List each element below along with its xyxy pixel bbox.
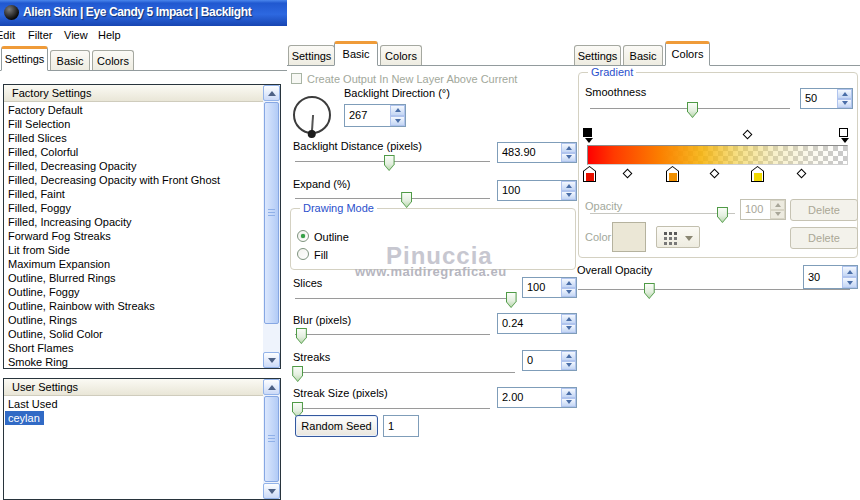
spin-down-button[interactable] (390, 116, 405, 127)
middle-tab-basic[interactable]: Basic (334, 41, 378, 66)
streaks-value[interactable]: 0 (523, 351, 561, 370)
list-item[interactable]: Fill Selection (5, 117, 74, 131)
factory-scrollbar[interactable] (263, 85, 280, 368)
create-output-checkbox[interactable] (291, 73, 302, 84)
random-seed-button[interactable]: Random Seed (295, 415, 378, 437)
list-item[interactable]: Outline, Blurred Rings (5, 271, 120, 285)
middle-tab-colors[interactable]: Colors (380, 45, 422, 65)
direction-spinbox[interactable]: 267 (344, 104, 406, 127)
left-tab-settings[interactable]: Settings (1, 46, 48, 71)
overall-opacity-spinbox[interactable]: 30 (803, 265, 858, 289)
smoothness-spinbox[interactable]: 50 (800, 88, 853, 109)
spin-up-button[interactable] (561, 181, 576, 191)
streak-size-spinbox[interactable]: 2.00 (497, 387, 577, 408)
spin-down-button[interactable] (561, 398, 576, 408)
list-item[interactable]: Outline, Rainbow with Streaks (5, 299, 159, 313)
spin-down-button[interactable] (561, 361, 576, 371)
expand-slider[interactable] (295, 198, 490, 201)
spin-up-button[interactable] (561, 143, 576, 153)
stop-opacity-slider[interactable] (590, 213, 735, 216)
list-item[interactable]: Filled, Decreasing Opacity (5, 159, 140, 173)
menu-help[interactable]: Help (98, 29, 121, 41)
color-picker-dropdown[interactable] (656, 226, 700, 248)
blur-slider[interactable] (295, 334, 490, 337)
middle-tab-settings[interactable]: Settings (288, 45, 335, 65)
slider-thumb[interactable] (644, 283, 655, 299)
random-seed-value[interactable]: 1 (384, 416, 418, 436)
list-item[interactable]: Lit from Side (5, 243, 74, 257)
spin-up-button[interactable] (390, 105, 405, 116)
scroll-down-button[interactable] (263, 483, 280, 499)
user-scrollbar[interactable] (263, 379, 280, 499)
list-item[interactable]: Last Used (5, 397, 62, 411)
smoothness-slider[interactable] (590, 108, 790, 111)
spin-down-button[interactable] (837, 99, 852, 109)
right-tab-settings[interactable]: Settings (574, 45, 621, 65)
fill-radio[interactable] (297, 248, 309, 260)
backlight-distance-value[interactable]: 483.90 (498, 143, 561, 162)
slider-thumb[interactable] (384, 155, 395, 171)
slider-thumb[interactable] (296, 328, 307, 344)
direction-value[interactable]: 267 (345, 105, 390, 126)
streaks-spinbox[interactable]: 0 (522, 350, 577, 371)
list-item[interactable]: Filled, Increasing Opacity (5, 215, 136, 229)
slices-value[interactable]: 100 (523, 278, 561, 297)
spin-down-button[interactable] (561, 324, 576, 334)
left-tab-basic[interactable]: Basic (50, 50, 90, 70)
outline-radio[interactable] (297, 230, 309, 242)
blur-value[interactable]: 0.24 (498, 314, 561, 333)
overall-opacity-value[interactable]: 30 (804, 266, 842, 288)
scroll-up-button[interactable] (263, 379, 280, 395)
menu-edit[interactable]: Edit (0, 29, 15, 41)
list-item[interactable]: Smoke Ring (5, 355, 72, 368)
overall-opacity-slider[interactable] (578, 289, 850, 292)
streak-size-slider[interactable] (295, 408, 490, 411)
spin-up-button[interactable] (837, 89, 852, 99)
slider-thumb[interactable] (401, 192, 412, 208)
list-item[interactable]: Filled, Faint (5, 187, 69, 201)
list-item[interactable]: Outline, Solid Color (5, 327, 107, 341)
spin-up-button[interactable] (561, 351, 576, 361)
direction-dial[interactable] (293, 96, 331, 134)
spin-down-button[interactable] (561, 288, 576, 298)
spin-up-button[interactable] (561, 278, 576, 288)
list-item[interactable]: Filled, Colorful (5, 145, 82, 159)
expand-value[interactable]: 100 (498, 181, 561, 200)
slices-slider[interactable] (295, 298, 515, 301)
menu-filter[interactable]: Filter (28, 29, 52, 41)
list-item[interactable]: Filled, Foggy (5, 201, 75, 215)
streak-size-value[interactable]: 2.00 (498, 388, 561, 407)
expand-spinbox[interactable]: 100 (497, 180, 577, 201)
list-item[interactable]: Factory Default (5, 103, 87, 117)
spin-up-button[interactable] (561, 388, 576, 398)
list-item[interactable]: Filled Slices (5, 131, 71, 145)
backlight-distance-slider[interactable] (295, 161, 490, 164)
scroll-down-button[interactable] (263, 352, 280, 368)
slider-thumb[interactable] (292, 366, 303, 382)
list-item[interactable]: Filled, Decreasing Opacity with Front Gh… (5, 173, 224, 187)
list-item[interactable]: Forward Fog Streaks (5, 229, 115, 243)
smoothness-value[interactable]: 50 (801, 89, 837, 108)
opacity-stop-black[interactable] (583, 128, 592, 137)
list-item[interactable]: Outline, Rings (5, 313, 81, 327)
scrollbar-thumb[interactable] (264, 396, 279, 482)
list-item[interactable]: ceylan (5, 411, 44, 425)
list-item[interactable]: Short Flames (5, 341, 77, 355)
left-tab-colors[interactable]: Colors (92, 50, 134, 70)
list-item[interactable]: Outline, Foggy (5, 285, 84, 299)
menu-view[interactable]: View (64, 29, 88, 41)
title-bar[interactable]: Alien Skin | Eye Candy 5 Impact | Backli… (0, 0, 287, 26)
right-tab-basic[interactable]: Basic (623, 45, 663, 65)
random-seed-field[interactable]: 1 (383, 415, 419, 437)
gradient-bar[interactable] (587, 145, 848, 165)
right-tab-colors[interactable]: Colors (665, 41, 710, 66)
slices-spinbox[interactable]: 100 (522, 277, 577, 298)
spin-down-button[interactable] (561, 191, 576, 201)
streaks-slider[interactable] (295, 372, 515, 375)
scroll-up-button[interactable] (263, 85, 280, 101)
slider-thumb[interactable] (506, 292, 517, 308)
spin-down-button[interactable] (561, 153, 576, 163)
list-item[interactable]: Maximum Expansion (5, 257, 114, 271)
opacity-stop-white[interactable] (839, 128, 848, 137)
blur-spinbox[interactable]: 0.24 (497, 313, 577, 334)
